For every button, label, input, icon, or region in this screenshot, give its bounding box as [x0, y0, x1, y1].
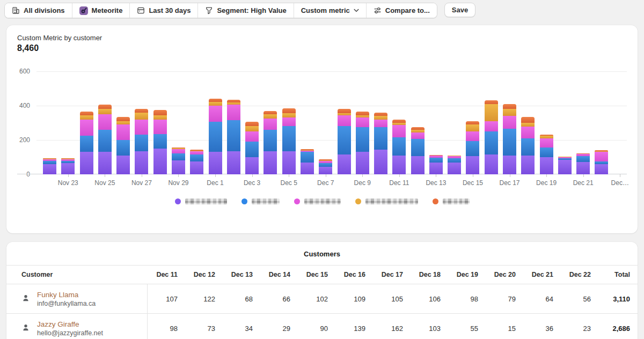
bar-segment[interactable]: [521, 156, 535, 174]
stacked-bar[interactable]: [153, 110, 167, 174]
bar-segment[interactable]: [43, 164, 56, 174]
legend-item[interactable]: [175, 198, 227, 204]
bar-segment[interactable]: [338, 126, 351, 154]
bar-segment[interactable]: [576, 162, 590, 174]
stacked-bar[interactable]: [540, 135, 553, 174]
bar-segment[interactable]: [374, 120, 387, 127]
bar-segment[interactable]: [80, 152, 93, 174]
stacked-bar[interactable]: [172, 148, 185, 174]
bar-segment[interactable]: [135, 151, 148, 174]
bar-segment[interactable]: [264, 151, 277, 174]
bar-segment[interactable]: [98, 130, 112, 152]
bar-segment[interactable]: [172, 160, 185, 174]
bar-segment[interactable]: [80, 136, 93, 152]
stacked-bar[interactable]: [503, 104, 516, 174]
bar-segment[interactable]: [392, 156, 406, 174]
bar-segment[interactable]: [153, 134, 167, 149]
bar-segment[interactable]: [485, 104, 498, 121]
bar-segment[interactable]: [466, 131, 479, 141]
bar-segment[interactable]: [282, 108, 296, 113]
stacked-bar[interactable]: [43, 158, 56, 174]
stacked-bar[interactable]: [98, 105, 112, 174]
bar-segment[interactable]: [116, 156, 130, 174]
stacked-bar[interactable]: [319, 159, 332, 174]
bar-segment[interactable]: [448, 163, 461, 174]
bar-segment[interactable]: [245, 142, 259, 157]
bar-segment[interactable]: [521, 123, 535, 127]
bar-segment[interactable]: [227, 151, 240, 174]
bar-segment[interactable]: [392, 137, 406, 156]
bar-segment[interactable]: [411, 139, 425, 156]
bar-segment[interactable]: [98, 152, 112, 174]
bar-segment[interactable]: [245, 126, 259, 131]
bar-segment[interactable]: [227, 120, 240, 151]
bar-segment[interactable]: [466, 156, 479, 174]
bar-segment[interactable]: [503, 104, 516, 109]
stacked-bar[interactable]: [135, 109, 148, 174]
bar-segment[interactable]: [209, 152, 222, 174]
stacked-bar[interactable]: [429, 155, 443, 174]
bar-segment[interactable]: [264, 130, 277, 151]
stacked-bar[interactable]: [190, 150, 203, 174]
stacked-bar[interactable]: [264, 111, 277, 174]
legend-item[interactable]: [433, 198, 470, 204]
bar-segment[interactable]: [116, 140, 130, 156]
stacked-bar[interactable]: [485, 100, 498, 174]
stacked-bar[interactable]: [576, 153, 590, 174]
stacked-bar[interactable]: [245, 122, 259, 174]
bar-segment[interactable]: [264, 114, 277, 119]
bar-segment[interactable]: [540, 148, 553, 157]
bar-segment[interactable]: [540, 138, 553, 148]
bar-segment[interactable]: [264, 119, 277, 130]
bar-segment[interactable]: [338, 109, 351, 113]
bar-segment[interactable]: [411, 156, 425, 174]
bar-segment[interactable]: [282, 126, 296, 151]
legend-item[interactable]: [241, 198, 280, 204]
segment-button[interactable]: Segment: High Value: [198, 3, 294, 18]
customer-row[interactable]: Funky Llamainfo@funkyllama.ca10712268661…: [6, 284, 638, 314]
bar-segment[interactable]: [282, 151, 296, 174]
bar-segment[interactable]: [521, 127, 535, 138]
bar-segment[interactable]: [190, 161, 203, 174]
bar-segment[interactable]: [98, 105, 112, 109]
customer-row[interactable]: Jazzy Giraffehello@jazzygiraffe.net98733…: [6, 314, 638, 339]
bar-segment[interactable]: [485, 154, 498, 174]
save-button[interactable]: Save: [444, 3, 475, 17]
bar-segment[interactable]: [245, 157, 259, 174]
custom-metric-dropdown[interactable]: Custom metric: [294, 3, 367, 18]
stacked-bar[interactable]: [356, 112, 369, 174]
bar-segment[interactable]: [356, 117, 369, 127]
bar-segment[interactable]: [98, 109, 112, 114]
stacked-bar[interactable]: [301, 149, 314, 174]
bar-segment[interactable]: [595, 152, 608, 161]
bar-segment[interactable]: [80, 120, 93, 136]
bar-segment[interactable]: [338, 154, 351, 174]
stacked-bar[interactable]: [411, 127, 425, 174]
bar-segment[interactable]: [301, 152, 314, 162]
division-meteorite-button[interactable]: Meteorite: [72, 3, 130, 18]
bar-segment[interactable]: [595, 164, 608, 174]
bar-segment[interactable]: [209, 106, 222, 122]
bar-segment[interactable]: [392, 125, 406, 137]
stacked-bar[interactable]: [338, 109, 351, 174]
bar-segment[interactable]: [540, 157, 553, 174]
bar-segment[interactable]: [374, 127, 387, 150]
stacked-bar[interactable]: [80, 112, 93, 174]
bar-segment[interactable]: [245, 131, 259, 142]
bar-segment[interactable]: [153, 115, 167, 120]
bar-segment[interactable]: [172, 153, 185, 160]
bar-segment[interactable]: [61, 163, 75, 174]
all-divisions-button[interactable]: All divisions: [5, 3, 72, 18]
stacked-bar[interactable]: [448, 156, 461, 174]
bar-segment[interactable]: [521, 117, 535, 123]
stacked-bar[interactable]: [209, 99, 222, 174]
bar-segment[interactable]: [172, 149, 185, 153]
bar-segment[interactable]: [153, 149, 167, 174]
bar-segment[interactable]: [429, 158, 443, 162]
bar-segment[interactable]: [466, 124, 479, 131]
customer-name-link[interactable]: Jazzy Giraffe: [37, 320, 103, 328]
bar-segment[interactable]: [485, 131, 498, 154]
bar-segment[interactable]: [485, 100, 498, 105]
bar-segment[interactable]: [411, 132, 425, 139]
bar-segment[interactable]: [448, 158, 461, 163]
